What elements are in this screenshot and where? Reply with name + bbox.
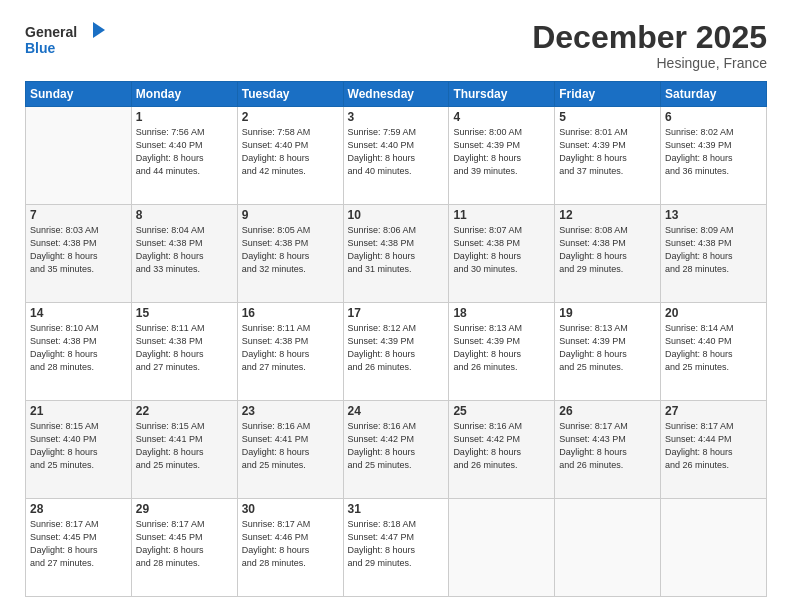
day-info: Sunrise: 8:02 AM Sunset: 4:39 PM Dayligh…: [665, 126, 762, 178]
day-number: 18: [453, 306, 550, 320]
day-info: Sunrise: 8:13 AM Sunset: 4:39 PM Dayligh…: [453, 322, 550, 374]
day-number: 25: [453, 404, 550, 418]
table-row: 25Sunrise: 8:16 AM Sunset: 4:42 PM Dayli…: [449, 401, 555, 499]
table-row: [555, 499, 661, 597]
day-number: 21: [30, 404, 127, 418]
day-info: Sunrise: 8:16 AM Sunset: 4:42 PM Dayligh…: [348, 420, 445, 472]
day-info: Sunrise: 8:17 AM Sunset: 4:43 PM Dayligh…: [559, 420, 656, 472]
col-saturday: Saturday: [661, 82, 767, 107]
table-row: 17Sunrise: 8:12 AM Sunset: 4:39 PM Dayli…: [343, 303, 449, 401]
day-number: 10: [348, 208, 445, 222]
day-info: Sunrise: 8:15 AM Sunset: 4:41 PM Dayligh…: [136, 420, 233, 472]
table-row: 16Sunrise: 8:11 AM Sunset: 4:38 PM Dayli…: [237, 303, 343, 401]
day-info: Sunrise: 8:00 AM Sunset: 4:39 PM Dayligh…: [453, 126, 550, 178]
table-row: 4Sunrise: 8:00 AM Sunset: 4:39 PM Daylig…: [449, 107, 555, 205]
day-number: 8: [136, 208, 233, 222]
day-info: Sunrise: 8:05 AM Sunset: 4:38 PM Dayligh…: [242, 224, 339, 276]
day-info: Sunrise: 8:11 AM Sunset: 4:38 PM Dayligh…: [136, 322, 233, 374]
day-info: Sunrise: 8:15 AM Sunset: 4:40 PM Dayligh…: [30, 420, 127, 472]
table-row: 19Sunrise: 8:13 AM Sunset: 4:39 PM Dayli…: [555, 303, 661, 401]
svg-text:Blue: Blue: [25, 40, 56, 56]
day-info: Sunrise: 8:03 AM Sunset: 4:38 PM Dayligh…: [30, 224, 127, 276]
day-number: 16: [242, 306, 339, 320]
table-row: 13Sunrise: 8:09 AM Sunset: 4:38 PM Dayli…: [661, 205, 767, 303]
table-row: 11Sunrise: 8:07 AM Sunset: 4:38 PM Dayli…: [449, 205, 555, 303]
day-number: 15: [136, 306, 233, 320]
day-number: 27: [665, 404, 762, 418]
calendar-week-row: 28Sunrise: 8:17 AM Sunset: 4:45 PM Dayli…: [26, 499, 767, 597]
day-info: Sunrise: 8:07 AM Sunset: 4:38 PM Dayligh…: [453, 224, 550, 276]
table-row: 15Sunrise: 8:11 AM Sunset: 4:38 PM Dayli…: [131, 303, 237, 401]
col-tuesday: Tuesday: [237, 82, 343, 107]
day-number: 28: [30, 502, 127, 516]
table-row: 5Sunrise: 8:01 AM Sunset: 4:39 PM Daylig…: [555, 107, 661, 205]
table-row: 28Sunrise: 8:17 AM Sunset: 4:45 PM Dayli…: [26, 499, 132, 597]
col-sunday: Sunday: [26, 82, 132, 107]
table-row: 29Sunrise: 8:17 AM Sunset: 4:45 PM Dayli…: [131, 499, 237, 597]
day-number: 3: [348, 110, 445, 124]
calendar-table: Sunday Monday Tuesday Wednesday Thursday…: [25, 81, 767, 597]
day-info: Sunrise: 8:08 AM Sunset: 4:38 PM Dayligh…: [559, 224, 656, 276]
day-number: 24: [348, 404, 445, 418]
day-number: 11: [453, 208, 550, 222]
day-info: Sunrise: 7:59 AM Sunset: 4:40 PM Dayligh…: [348, 126, 445, 178]
calendar-week-row: 14Sunrise: 8:10 AM Sunset: 4:38 PM Dayli…: [26, 303, 767, 401]
day-info: Sunrise: 8:12 AM Sunset: 4:39 PM Dayligh…: [348, 322, 445, 374]
day-info: Sunrise: 8:09 AM Sunset: 4:38 PM Dayligh…: [665, 224, 762, 276]
day-number: 1: [136, 110, 233, 124]
table-row: 18Sunrise: 8:13 AM Sunset: 4:39 PM Dayli…: [449, 303, 555, 401]
day-info: Sunrise: 8:11 AM Sunset: 4:38 PM Dayligh…: [242, 322, 339, 374]
table-row: 24Sunrise: 8:16 AM Sunset: 4:42 PM Dayli…: [343, 401, 449, 499]
day-info: Sunrise: 8:17 AM Sunset: 4:45 PM Dayligh…: [136, 518, 233, 570]
day-info: Sunrise: 8:13 AM Sunset: 4:39 PM Dayligh…: [559, 322, 656, 374]
day-number: 31: [348, 502, 445, 516]
table-row: 8Sunrise: 8:04 AM Sunset: 4:38 PM Daylig…: [131, 205, 237, 303]
table-row: 12Sunrise: 8:08 AM Sunset: 4:38 PM Dayli…: [555, 205, 661, 303]
day-info: Sunrise: 8:17 AM Sunset: 4:45 PM Dayligh…: [30, 518, 127, 570]
col-wednesday: Wednesday: [343, 82, 449, 107]
day-number: 23: [242, 404, 339, 418]
table-row: 23Sunrise: 8:16 AM Sunset: 4:41 PM Dayli…: [237, 401, 343, 499]
col-monday: Monday: [131, 82, 237, 107]
day-number: 26: [559, 404, 656, 418]
day-number: 2: [242, 110, 339, 124]
day-number: 19: [559, 306, 656, 320]
table-row: 9Sunrise: 8:05 AM Sunset: 4:38 PM Daylig…: [237, 205, 343, 303]
table-row: 2Sunrise: 7:58 AM Sunset: 4:40 PM Daylig…: [237, 107, 343, 205]
day-number: 13: [665, 208, 762, 222]
day-number: 12: [559, 208, 656, 222]
day-info: Sunrise: 8:16 AM Sunset: 4:42 PM Dayligh…: [453, 420, 550, 472]
day-info: Sunrise: 8:16 AM Sunset: 4:41 PM Dayligh…: [242, 420, 339, 472]
day-number: 17: [348, 306, 445, 320]
table-row: [449, 499, 555, 597]
day-info: Sunrise: 8:10 AM Sunset: 4:38 PM Dayligh…: [30, 322, 127, 374]
day-info: Sunrise: 8:17 AM Sunset: 4:46 PM Dayligh…: [242, 518, 339, 570]
col-thursday: Thursday: [449, 82, 555, 107]
day-info: Sunrise: 8:06 AM Sunset: 4:38 PM Dayligh…: [348, 224, 445, 276]
table-row: 1Sunrise: 7:56 AM Sunset: 4:40 PM Daylig…: [131, 107, 237, 205]
day-number: 29: [136, 502, 233, 516]
svg-marker-1: [93, 22, 105, 38]
calendar-week-row: 1Sunrise: 7:56 AM Sunset: 4:40 PM Daylig…: [26, 107, 767, 205]
page: General Blue December 2025 Hesingue, Fra…: [0, 0, 792, 612]
day-number: 9: [242, 208, 339, 222]
title-block: December 2025 Hesingue, France: [532, 20, 767, 71]
day-number: 20: [665, 306, 762, 320]
day-number: 30: [242, 502, 339, 516]
table-row: 20Sunrise: 8:14 AM Sunset: 4:40 PM Dayli…: [661, 303, 767, 401]
location: Hesingue, France: [532, 55, 767, 71]
table-row: 7Sunrise: 8:03 AM Sunset: 4:38 PM Daylig…: [26, 205, 132, 303]
day-number: 22: [136, 404, 233, 418]
logo-block: General Blue: [25, 20, 115, 64]
table-row: [26, 107, 132, 205]
table-row: 3Sunrise: 7:59 AM Sunset: 4:40 PM Daylig…: [343, 107, 449, 205]
logo-svg: General Blue: [25, 20, 115, 60]
header: General Blue December 2025 Hesingue, Fra…: [25, 20, 767, 71]
day-number: 6: [665, 110, 762, 124]
day-info: Sunrise: 8:04 AM Sunset: 4:38 PM Dayligh…: [136, 224, 233, 276]
table-row: 14Sunrise: 8:10 AM Sunset: 4:38 PM Dayli…: [26, 303, 132, 401]
table-row: 26Sunrise: 8:17 AM Sunset: 4:43 PM Dayli…: [555, 401, 661, 499]
day-info: Sunrise: 8:14 AM Sunset: 4:40 PM Dayligh…: [665, 322, 762, 374]
day-info: Sunrise: 8:17 AM Sunset: 4:44 PM Dayligh…: [665, 420, 762, 472]
logo: General Blue: [25, 20, 115, 64]
